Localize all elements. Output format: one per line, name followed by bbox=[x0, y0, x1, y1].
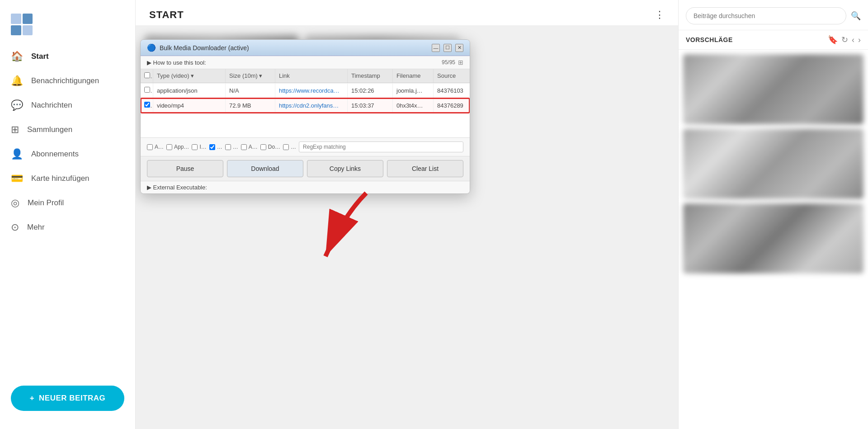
suggestion-image-2 bbox=[683, 129, 863, 199]
filter-label-3: I… bbox=[199, 144, 206, 150]
filter-item-6[interactable]: A… bbox=[241, 144, 258, 150]
download-button[interactable]: Download bbox=[227, 160, 303, 177]
th-timestamp[interactable]: Timestamp bbox=[348, 69, 393, 83]
filter-item-1[interactable]: A… bbox=[147, 144, 164, 150]
sidebar-item-label: Benachrichtigungen bbox=[31, 76, 99, 85]
close-button[interactable]: ✕ bbox=[455, 44, 463, 52]
filter-checkbox-2[interactable] bbox=[166, 144, 172, 150]
filter-item-5[interactable]: … bbox=[225, 144, 238, 150]
td-source: 84376289 bbox=[434, 99, 470, 113]
filter-item-8[interactable]: … bbox=[283, 144, 296, 150]
new-post-label: NEUER BEITRAG bbox=[39, 394, 105, 403]
filter-label-5: … bbox=[233, 144, 238, 150]
logo-sq1 bbox=[11, 14, 21, 24]
sidebar-item-collections[interactable]: ⊞ Sammlungen bbox=[0, 118, 135, 142]
sidebar-item-label: Sammlungen bbox=[27, 125, 72, 134]
dialog-count: 95/95 ⊞ bbox=[442, 59, 463, 66]
filter-checkbox-4[interactable] bbox=[209, 144, 215, 150]
sidebar-item-add-card[interactable]: 💳 Karte hinzufügen bbox=[0, 166, 135, 191]
td-type: video/mp4 bbox=[153, 99, 226, 113]
main-content: START ⋮ 🔵 Bulk Media Downloader (active)… bbox=[136, 0, 678, 429]
logo-sq4 bbox=[23, 25, 33, 36]
pause-button[interactable]: Pause bbox=[147, 160, 223, 177]
td-checkbox[interactable] bbox=[141, 83, 153, 98]
filter-checkbox-7[interactable] bbox=[260, 144, 266, 150]
table-body: application/json N/A https://www.recordc… bbox=[141, 83, 470, 137]
filter-checkbox-3[interactable] bbox=[192, 144, 198, 150]
copy-links-button[interactable]: Copy Links bbox=[307, 160, 383, 177]
sidebar-item-start[interactable]: 🏠 Start bbox=[0, 44, 135, 69]
dialog-title-left: 🔵 Bulk Media Downloader (active) bbox=[147, 43, 249, 52]
dialog-how-to: ▶ How to use this tool: 95/95 ⊞ bbox=[141, 56, 470, 69]
bell-icon: 🔔 bbox=[11, 75, 23, 87]
dialog-controls: — ☐ ✕ bbox=[432, 44, 463, 52]
logo-sq2 bbox=[23, 14, 33, 24]
td-timestamp: 15:02:26 bbox=[348, 84, 393, 98]
maximize-button[interactable]: ☐ bbox=[443, 44, 452, 52]
th-source[interactable]: Source bbox=[434, 69, 470, 83]
logo-sq3 bbox=[11, 25, 21, 36]
sidebar-item-subscriptions[interactable]: 👤 Abonnements bbox=[0, 142, 135, 166]
th-link[interactable]: Link bbox=[275, 69, 348, 83]
row2-checkbox[interactable] bbox=[144, 102, 150, 108]
search-input[interactable] bbox=[686, 7, 846, 24]
next-icon[interactable]: › bbox=[858, 35, 861, 45]
dialog-app-icon: 🔵 bbox=[147, 43, 156, 52]
profile-icon: ◎ bbox=[11, 197, 19, 209]
filter-item-7[interactable]: Do… bbox=[260, 144, 280, 150]
chat-icon: 💬 bbox=[11, 99, 23, 111]
card-icon: 💳 bbox=[11, 173, 23, 184]
filter-item-3[interactable]: I… bbox=[192, 144, 206, 150]
td-size: N/A bbox=[226, 84, 275, 98]
minimize-button[interactable]: — bbox=[432, 44, 440, 52]
th-filename[interactable]: Filename bbox=[393, 69, 434, 83]
external-label[interactable]: ▶ External Executable: bbox=[147, 184, 207, 191]
sidebar-item-label: Abonnements bbox=[31, 150, 79, 159]
td-checkbox[interactable] bbox=[141, 98, 153, 113]
filter-checkbox-1[interactable] bbox=[147, 144, 153, 150]
sidebar-item-profile[interactable]: ◎ Mein Profil bbox=[0, 191, 135, 215]
td-timestamp: 15:03:37 bbox=[348, 99, 393, 113]
th-type[interactable]: Type (video) ▾ bbox=[153, 69, 226, 83]
filter-item-4[interactable]: … bbox=[209, 144, 222, 150]
new-post-plus-icon: + bbox=[30, 394, 34, 403]
th-size[interactable]: Size (10m) ▾ bbox=[226, 69, 275, 83]
sidebar-item-label: Nachrichten bbox=[31, 101, 72, 110]
vorschlaege-header: VORSCHLÄGE 🔖 ↻ ‹ › bbox=[679, 30, 868, 50]
filter-label-2: App… bbox=[174, 144, 189, 150]
refresh-icon[interactable]: ↻ bbox=[841, 35, 848, 45]
clear-list-button[interactable]: Clear List bbox=[387, 160, 463, 177]
filter-label-6: A… bbox=[249, 144, 258, 150]
filter-label-1: A… bbox=[155, 144, 164, 150]
td-filename: joomla.j… bbox=[393, 84, 434, 98]
filter-label-8: … bbox=[291, 144, 296, 150]
header-menu-icon[interactable]: ⋮ bbox=[655, 9, 665, 21]
page-title: START bbox=[149, 9, 184, 21]
regexp-input[interactable] bbox=[299, 141, 463, 152]
filter-checkbox-5[interactable] bbox=[225, 144, 231, 150]
sidebar-item-label: Mein Profil bbox=[28, 198, 64, 207]
search-icon[interactable]: 🔍 bbox=[851, 11, 861, 21]
filter-checkbox-8[interactable] bbox=[283, 144, 289, 150]
row1-checkbox[interactable] bbox=[144, 87, 150, 93]
td-link[interactable]: https://www.recordca… bbox=[275, 84, 348, 98]
th-checkbox[interactable] bbox=[141, 69, 153, 83]
filter-label-4: … bbox=[217, 144, 222, 150]
prev-icon[interactable]: ‹ bbox=[852, 35, 854, 45]
filter-item-2[interactable]: App… bbox=[166, 144, 189, 150]
sidebar-item-notifications[interactable]: 🔔 Benachrichtigungen bbox=[0, 69, 135, 93]
filter-label-7: Do… bbox=[268, 144, 280, 150]
sidebar-item-messages[interactable]: 💬 Nachrichten bbox=[0, 93, 135, 118]
filter-checkbox-6[interactable] bbox=[241, 144, 247, 150]
td-source: 84376103 bbox=[434, 84, 470, 98]
select-all-checkbox[interactable] bbox=[144, 72, 150, 78]
new-post-button[interactable]: + NEUER BEITRAG bbox=[11, 386, 124, 411]
filter-icon[interactable]: 🔖 bbox=[828, 35, 838, 45]
td-link[interactable]: https://cdn2.onlyfans… bbox=[275, 99, 348, 113]
how-to-label[interactable]: ▶ How to use this tool: bbox=[147, 59, 206, 66]
grid-view-icon[interactable]: ⊞ bbox=[458, 59, 463, 66]
right-sidebar: 🔍 VORSCHLÄGE 🔖 ↻ ‹ › bbox=[678, 0, 868, 429]
suggestion-images bbox=[679, 50, 868, 429]
grid-icon: ⊞ bbox=[11, 124, 19, 136]
sidebar-item-more[interactable]: ⊙ Mehr bbox=[0, 215, 135, 240]
